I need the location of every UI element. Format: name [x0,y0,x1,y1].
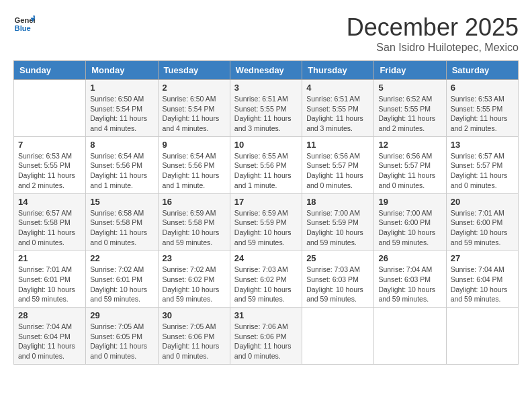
calendar-cell: 15Sunrise: 6:58 AM Sunset: 5:58 PM Dayli… [86,193,158,250]
calendar-cell: 16Sunrise: 6:59 AM Sunset: 5:58 PM Dayli… [158,193,230,250]
day-info: Sunrise: 6:57 AM Sunset: 5:58 PM Dayligh… [18,208,81,248]
day-of-week-header: Saturday [446,61,518,80]
day-info: Sunrise: 6:59 AM Sunset: 5:58 PM Dayligh… [163,208,226,248]
calendar-week-row: 28Sunrise: 7:04 AM Sunset: 6:04 PM Dayli… [14,308,519,365]
calendar-cell: 3Sunrise: 6:51 AM Sunset: 5:55 PM Daylig… [230,80,302,137]
calendar-cell: 6Sunrise: 6:53 AM Sunset: 5:55 PM Daylig… [446,80,518,137]
day-number: 25 [306,253,369,263]
calendar-cell: 18Sunrise: 7:00 AM Sunset: 5:59 PM Dayli… [302,193,374,250]
day-number: 5 [378,83,441,93]
day-of-week-header: Friday [374,61,446,80]
calendar-week-row: 1Sunrise: 6:50 AM Sunset: 5:54 PM Daylig… [14,80,519,137]
day-number: 7 [18,140,81,150]
month-title: December 2025 [347,13,519,42]
day-number: 1 [90,83,153,93]
page-header: General Blue December 2025 San Isidro Hu… [13,13,519,54]
calendar-cell [446,308,518,365]
day-number: 4 [306,83,369,93]
day-info: Sunrise: 7:04 AM Sunset: 6:03 PM Dayligh… [378,265,441,304]
day-info: Sunrise: 7:00 AM Sunset: 6:00 PM Dayligh… [378,208,441,248]
day-number: 27 [451,253,514,263]
calendar-cell: 4Sunrise: 6:51 AM Sunset: 5:55 PM Daylig… [302,80,374,137]
day-number: 6 [451,83,514,93]
calendar-cell [302,308,374,365]
day-number: 29 [90,310,153,320]
calendar-cell: 22Sunrise: 7:02 AM Sunset: 6:01 PM Dayli… [86,250,158,308]
day-of-week-header: Wednesday [230,61,302,80]
day-number: 19 [378,197,441,207]
day-number: 13 [451,140,514,150]
day-info: Sunrise: 6:54 AM Sunset: 5:56 PM Dayligh… [163,151,226,191]
day-info: Sunrise: 6:55 AM Sunset: 5:56 PM Dayligh… [234,151,298,191]
calendar-cell: 19Sunrise: 7:00 AM Sunset: 6:00 PM Dayli… [374,193,446,250]
day-number: 15 [90,197,153,207]
calendar-cell [14,80,86,137]
day-info: Sunrise: 7:03 AM Sunset: 6:02 PM Dayligh… [234,265,298,304]
day-number: 28 [18,310,81,320]
calendar-cell: 21Sunrise: 7:01 AM Sunset: 6:01 PM Dayli… [14,250,86,308]
calendar-week-row: 21Sunrise: 7:01 AM Sunset: 6:01 PM Dayli… [14,250,519,308]
calendar-cell: 28Sunrise: 7:04 AM Sunset: 6:04 PM Dayli… [14,308,86,365]
calendar-cell: 20Sunrise: 7:01 AM Sunset: 6:00 PM Dayli… [446,193,518,250]
day-of-week-header: Monday [86,61,158,80]
day-number: 30 [163,310,226,320]
day-number: 18 [306,197,369,207]
day-info: Sunrise: 6:58 AM Sunset: 5:58 PM Dayligh… [90,208,153,248]
day-of-week-header: Tuesday [158,61,230,80]
day-number: 26 [378,253,441,263]
calendar-cell: 2Sunrise: 6:50 AM Sunset: 5:54 PM Daylig… [158,80,230,137]
day-number: 8 [90,140,153,150]
day-number: 21 [18,253,81,263]
day-info: Sunrise: 6:54 AM Sunset: 5:56 PM Dayligh… [90,151,153,191]
day-info: Sunrise: 6:53 AM Sunset: 5:55 PM Dayligh… [18,151,81,191]
day-info: Sunrise: 7:02 AM Sunset: 6:01 PM Dayligh… [90,265,153,304]
day-number: 17 [234,197,298,207]
calendar-cell: 5Sunrise: 6:52 AM Sunset: 5:55 PM Daylig… [374,80,446,137]
day-info: Sunrise: 7:03 AM Sunset: 6:03 PM Dayligh… [306,265,369,304]
day-info: Sunrise: 7:01 AM Sunset: 6:00 PM Dayligh… [451,208,514,248]
logo-icon: General Blue [13,13,35,35]
calendar-cell: 25Sunrise: 7:03 AM Sunset: 6:03 PM Dayli… [302,250,374,308]
calendar-cell: 8Sunrise: 6:54 AM Sunset: 5:56 PM Daylig… [86,136,158,193]
calendar-cell: 9Sunrise: 6:54 AM Sunset: 5:56 PM Daylig… [158,136,230,193]
calendar-cell: 17Sunrise: 6:59 AM Sunset: 5:59 PM Dayli… [230,193,302,250]
day-info: Sunrise: 6:59 AM Sunset: 5:59 PM Dayligh… [234,208,298,248]
day-info: Sunrise: 6:56 AM Sunset: 5:57 PM Dayligh… [378,151,441,191]
calendar-week-row: 7Sunrise: 6:53 AM Sunset: 5:55 PM Daylig… [14,136,519,193]
calendar-week-row: 14Sunrise: 6:57 AM Sunset: 5:58 PM Dayli… [14,193,519,250]
day-number: 22 [90,253,153,263]
day-info: Sunrise: 6:52 AM Sunset: 5:55 PM Dayligh… [378,94,441,134]
svg-text:General: General [15,16,35,24]
logo: General Blue [13,13,35,35]
day-info: Sunrise: 7:06 AM Sunset: 6:06 PM Dayligh… [234,322,298,361]
day-number: 16 [163,197,226,207]
calendar-cell: 27Sunrise: 7:04 AM Sunset: 6:04 PM Dayli… [446,250,518,308]
location-title: San Isidro Huilotepec, Mexico [347,42,519,54]
day-number: 24 [234,253,298,263]
day-number: 10 [234,140,298,150]
day-info: Sunrise: 7:04 AM Sunset: 6:04 PM Dayligh… [18,322,81,361]
calendar-cell: 1Sunrise: 6:50 AM Sunset: 5:54 PM Daylig… [86,80,158,137]
day-info: Sunrise: 6:56 AM Sunset: 5:57 PM Dayligh… [306,151,369,191]
calendar-cell: 11Sunrise: 6:56 AM Sunset: 5:57 PM Dayli… [302,136,374,193]
calendar-cell: 7Sunrise: 6:53 AM Sunset: 5:55 PM Daylig… [14,136,86,193]
day-number: 20 [451,197,514,207]
day-info: Sunrise: 6:51 AM Sunset: 5:55 PM Dayligh… [306,94,369,134]
calendar-cell: 30Sunrise: 7:05 AM Sunset: 6:06 PM Dayli… [158,308,230,365]
day-info: Sunrise: 6:50 AM Sunset: 5:54 PM Dayligh… [90,94,153,134]
day-info: Sunrise: 7:02 AM Sunset: 6:02 PM Dayligh… [163,265,226,304]
day-info: Sunrise: 6:51 AM Sunset: 5:55 PM Dayligh… [234,94,298,134]
day-info: Sunrise: 7:05 AM Sunset: 6:06 PM Dayligh… [163,322,226,361]
calendar-cell: 29Sunrise: 7:05 AM Sunset: 6:05 PM Dayli… [86,308,158,365]
calendar-cell: 10Sunrise: 6:55 AM Sunset: 5:56 PM Dayli… [230,136,302,193]
day-number: 31 [234,310,298,320]
calendar-cell: 26Sunrise: 7:04 AM Sunset: 6:03 PM Dayli… [374,250,446,308]
day-info: Sunrise: 7:00 AM Sunset: 5:59 PM Dayligh… [306,208,369,248]
day-info: Sunrise: 7:04 AM Sunset: 6:04 PM Dayligh… [451,265,514,304]
title-area: December 2025 San Isidro Huilotepec, Mex… [347,13,519,54]
calendar-table: SundayMondayTuesdayWednesdayThursdayFrid… [13,60,519,365]
day-number: 3 [234,83,298,93]
calendar-cell: 24Sunrise: 7:03 AM Sunset: 6:02 PM Dayli… [230,250,302,308]
calendar-cell: 23Sunrise: 7:02 AM Sunset: 6:02 PM Dayli… [158,250,230,308]
calendar-cell: 12Sunrise: 6:56 AM Sunset: 5:57 PM Dayli… [374,136,446,193]
